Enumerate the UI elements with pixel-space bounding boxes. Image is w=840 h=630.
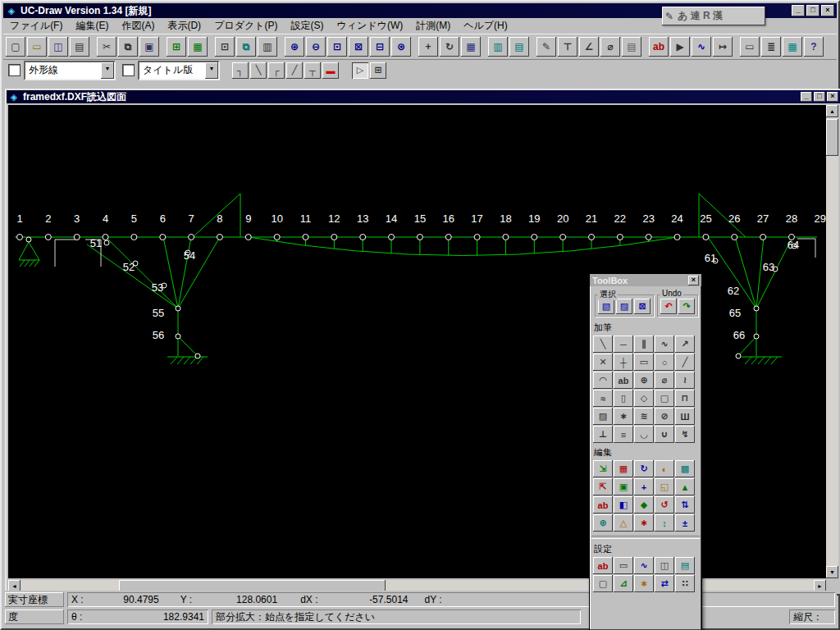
table-icon[interactable]: ▥: [488, 37, 508, 57]
circle-icon[interactable]: ○: [655, 354, 674, 371]
dash-settings-icon[interactable]: ▢: [593, 575, 613, 592]
save-file-icon[interactable]: ◫: [48, 37, 68, 57]
line-style-corner2-icon[interactable]: ┌: [268, 62, 285, 79]
vertical-scrollbar[interactable]: ▲ ▼: [826, 105, 838, 578]
rect-icon[interactable]: ▭: [634, 354, 654, 371]
grid-icon[interactable]: ▦: [461, 37, 481, 57]
dim-edit-icon[interactable]: ±: [675, 514, 695, 532]
leader-icon[interactable]: ↯: [675, 426, 695, 443]
arc2-icon[interactable]: ◡: [634, 426, 654, 443]
line-style-red-icon[interactable]: ▬: [322, 62, 339, 79]
line-style-corner-icon[interactable]: ┐: [232, 62, 249, 79]
page-setup-icon[interactable]: ⊡: [215, 37, 235, 57]
arrow-icon[interactable]: ↗: [675, 336, 695, 353]
parallel-lines-icon[interactable]: ∥: [634, 336, 654, 353]
line-style-diag2-icon[interactable]: ╱: [286, 62, 303, 79]
menu-item-3[interactable]: 表示(D): [161, 17, 208, 34]
freehand-icon[interactable]: ≀: [675, 372, 695, 389]
line-settings-icon[interactable]: ▭: [614, 557, 633, 574]
pointer-tool-icon[interactable]: ▶: [670, 37, 690, 57]
slot-icon[interactable]: ▢: [655, 390, 674, 407]
columns-icon[interactable]: ▤: [509, 37, 529, 57]
vscroll-thumb[interactable]: [826, 119, 838, 156]
snap-settings-icon[interactable]: ∗: [634, 575, 654, 592]
fillet-icon[interactable]: ▲: [675, 478, 695, 495]
child-minimize-button[interactable]: _: [801, 92, 812, 102]
sheet-green-icon[interactable]: ▦: [188, 37, 208, 57]
line-style-tee-icon[interactable]: ┬: [304, 62, 321, 79]
swap-icon[interactable]: ⇅: [675, 496, 695, 514]
spline-icon[interactable]: ∿: [655, 336, 674, 353]
corner-icon[interactable]: ◱: [655, 478, 674, 495]
align-icon[interactable]: ↕: [655, 514, 674, 532]
mirror-icon[interactable]: ◐: [655, 460, 674, 477]
pointer-mode-icon[interactable]: ▷: [352, 62, 368, 79]
star-icon[interactable]: ∗: [614, 408, 633, 425]
monitor-icon[interactable]: ▭: [740, 37, 760, 57]
line-icon[interactable]: ╲: [593, 336, 613, 353]
rotate-icon[interactable]: ↻: [634, 460, 654, 477]
print-list-icon[interactable]: ▤: [622, 37, 641, 57]
squiggle-icon[interactable]: ≋: [634, 408, 654, 425]
plus-icon[interactable]: +: [634, 478, 654, 495]
text-tool-icon[interactable]: ab: [649, 37, 669, 57]
ortho-mode-icon[interactable]: ⊞: [370, 62, 386, 79]
chamfer-icon[interactable]: △: [614, 514, 633, 532]
box-icon[interactable]: ▯: [614, 390, 633, 407]
select-all-icon[interactable]: ⊠: [634, 299, 651, 314]
menu-item-4[interactable]: プロダクト(P): [208, 17, 284, 34]
zoom-extents-icon[interactable]: ⊠: [349, 37, 368, 57]
zoom-window-icon[interactable]: ⊡: [327, 37, 347, 57]
cross-icon[interactable]: ┼: [614, 354, 633, 371]
doc-list-icon[interactable]: ≣: [761, 37, 781, 57]
scroll-up-icon[interactable]: ▲: [826, 105, 838, 117]
offset-icon[interactable]: ⊕: [593, 514, 613, 532]
angle-measure-icon[interactable]: ∠: [579, 37, 599, 57]
copy-obj-icon[interactable]: ▦: [614, 460, 633, 477]
diamond-icon[interactable]: ◇: [634, 390, 654, 407]
redraw-icon[interactable]: ↻: [440, 37, 459, 57]
table-green-icon[interactable]: ⊞: [167, 37, 186, 57]
pan-icon[interactable]: +: [418, 37, 438, 57]
perp-icon[interactable]: ⊥: [593, 426, 613, 443]
title-block-checkbox[interactable]: [122, 64, 135, 76]
arc-icon[interactable]: ◠: [593, 372, 613, 389]
toolbox-close-button[interactable]: ×: [688, 276, 699, 285]
vscroll-track[interactable]: [826, 117, 838, 566]
new-file-icon[interactable]: ▢: [6, 37, 25, 57]
cup-icon[interactable]: ∪: [655, 426, 674, 443]
edit-text-icon[interactable]: ab: [593, 496, 613, 514]
layer-settings-icon[interactable]: ◫: [655, 557, 674, 574]
undo-edit-icon[interactable]: ↺: [655, 496, 674, 514]
circle-slash-icon[interactable]: ⊘: [655, 408, 674, 425]
trim-icon[interactable]: ◧: [614, 496, 633, 514]
maximize-button[interactable]: □: [806, 5, 819, 16]
move-icon[interactable]: ⇲: [593, 460, 613, 477]
swap-settings-icon[interactable]: ⇄: [655, 575, 674, 592]
minimize-button[interactable]: _: [792, 5, 805, 16]
scroll-down-icon[interactable]: ▼: [826, 566, 838, 578]
frame-icon[interactable]: ▥: [258, 37, 277, 57]
chevron-down-icon[interactable]: ▼: [205, 62, 218, 79]
select-single-icon[interactable]: ▧: [598, 299, 614, 314]
zoom-previous-icon[interactable]: ⊟: [370, 37, 390, 57]
zoom-in-icon[interactable]: ⊕: [285, 37, 304, 57]
menu-item-2[interactable]: 作図(A): [115, 17, 161, 34]
zoom-out-icon[interactable]: ⊖: [306, 37, 326, 57]
menu-item-1[interactable]: 編集(E): [69, 17, 115, 34]
open-file-icon[interactable]: ▭: [27, 37, 47, 57]
menu-item-8[interactable]: ヘルプ(H): [457, 17, 514, 34]
menu-item-0[interactable]: ファイル(F): [3, 17, 69, 34]
ime-toolbar[interactable]: ✎ あ 連 R 漢: [662, 7, 765, 25]
child-close-button[interactable]: ×: [827, 92, 838, 102]
line-style-diag-icon[interactable]: ╲: [250, 62, 267, 79]
hline-icon[interactable]: ─: [614, 336, 633, 353]
outline-layer-combo[interactable]: 外形線 ▼: [24, 61, 116, 80]
hammer-tool-icon[interactable]: ⊤: [558, 37, 578, 57]
outline-layer-checkbox[interactable]: [8, 64, 21, 76]
text-settings-icon[interactable]: ab: [593, 557, 613, 574]
diameter-icon[interactable]: ⌀: [655, 372, 674, 389]
select-poly-icon[interactable]: ▨: [616, 299, 632, 314]
help-tool-icon[interactable]: ?: [804, 37, 824, 57]
chevron-down-icon[interactable]: ▼: [101, 62, 114, 79]
